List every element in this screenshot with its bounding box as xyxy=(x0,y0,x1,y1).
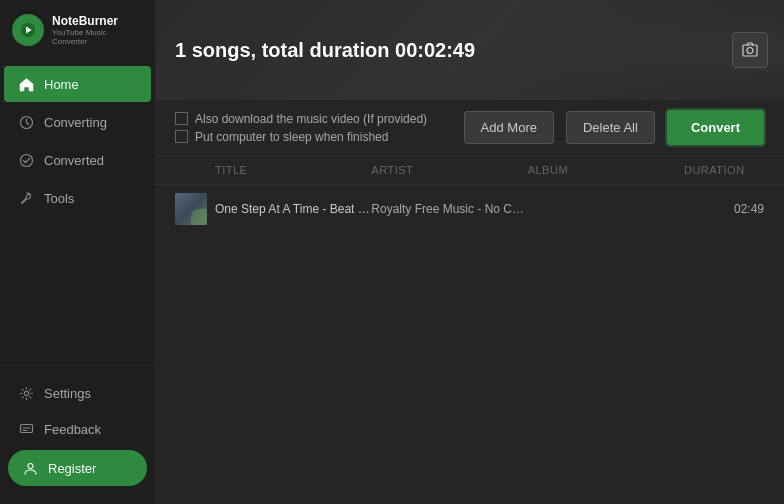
sidebar-item-tools[interactable]: Tools xyxy=(4,180,151,216)
add-more-button[interactable]: Add More xyxy=(464,111,554,144)
logo-icon xyxy=(12,14,44,46)
banner-title: 1 songs, total duration 00:02:49 xyxy=(175,39,475,62)
sidebar-item-converted[interactable]: Converted xyxy=(4,142,151,178)
track-thumb-cell xyxy=(175,193,215,225)
sidebar-item-converted-label: Converted xyxy=(44,153,104,168)
checkboxes: Also download the music video (If provid… xyxy=(175,112,452,144)
sidebar-item-converting-label: Converting xyxy=(44,115,107,130)
feedback-item[interactable]: Feedback xyxy=(4,412,151,446)
sidebar-item-tools-label: Tools xyxy=(44,191,74,206)
col-album: ALBUM xyxy=(528,164,684,176)
converting-icon xyxy=(18,114,34,130)
col-duration: DURATION xyxy=(684,164,764,176)
col-artist: ARTIST xyxy=(371,164,527,176)
delete-all-button[interactable]: Delete All xyxy=(566,111,655,144)
checkbox-sleep-box[interactable] xyxy=(175,130,188,143)
svg-point-8 xyxy=(747,48,753,54)
settings-icon xyxy=(18,385,34,401)
col-thumb xyxy=(175,164,215,176)
checkbox-music-video-box[interactable] xyxy=(175,112,188,125)
feedback-icon xyxy=(18,421,34,437)
checkbox-sleep[interactable]: Put computer to sleep when finished xyxy=(175,130,452,144)
screenshot-button[interactable] xyxy=(732,32,768,68)
table-header: TITLE ARTIST ALBUM DURATION xyxy=(155,156,784,185)
tools-icon xyxy=(18,190,34,206)
converted-icon xyxy=(18,152,34,168)
sidebar-item-converting[interactable]: Converting xyxy=(4,104,151,140)
toolbar: Also download the music video (If provid… xyxy=(155,100,784,156)
app-name: NoteBurner xyxy=(52,14,143,28)
col-title: TITLE xyxy=(215,164,371,176)
register-icon xyxy=(22,460,38,476)
track-artist: Royalty Free Music - No Copy... xyxy=(371,202,527,216)
main-content: 1 songs, total duration 00:02:49 Also do… xyxy=(155,0,784,504)
track-table: TITLE ARTIST ALBUM DURATION One Step At … xyxy=(155,156,784,504)
svg-point-4 xyxy=(24,391,28,395)
settings-item[interactable]: Settings xyxy=(4,376,151,410)
home-icon xyxy=(18,76,34,92)
checkbox-music-video[interactable]: Also download the music video (If provid… xyxy=(175,112,452,126)
sidebar-item-home[interactable]: Home xyxy=(4,66,151,102)
convert-button[interactable]: Convert xyxy=(667,110,764,145)
banner: 1 songs, total duration 00:02:49 xyxy=(155,0,784,100)
register-button[interactable]: Register xyxy=(8,450,147,486)
sidebar-nav: Home Converting Converted xyxy=(0,56,155,365)
table-row[interactable]: One Step At A Time - Beat Mekanik | @RF.… xyxy=(155,185,784,234)
feedback-label: Feedback xyxy=(44,422,101,437)
register-label: Register xyxy=(48,461,96,476)
track-title: One Step At A Time - Beat Mekanik | @RF.… xyxy=(215,202,371,216)
settings-label: Settings xyxy=(44,386,91,401)
app-subtitle: YouTube Music Converter xyxy=(52,28,143,46)
track-duration: 02:49 xyxy=(684,202,764,216)
sidebar: NoteBurner YouTube Music Converter Home … xyxy=(0,0,155,504)
svg-point-3 xyxy=(20,154,32,166)
svg-point-6 xyxy=(28,463,33,468)
checkbox-sleep-label: Put computer to sleep when finished xyxy=(195,130,388,144)
sidebar-item-home-label: Home xyxy=(44,77,79,92)
track-thumbnail xyxy=(175,193,207,225)
checkbox-music-video-label: Also download the music video (If provid… xyxy=(195,112,427,126)
svg-rect-7 xyxy=(743,45,757,56)
app-logo: NoteBurner YouTube Music Converter xyxy=(0,0,155,56)
sidebar-bottom: Settings Feedback Register xyxy=(0,365,155,504)
